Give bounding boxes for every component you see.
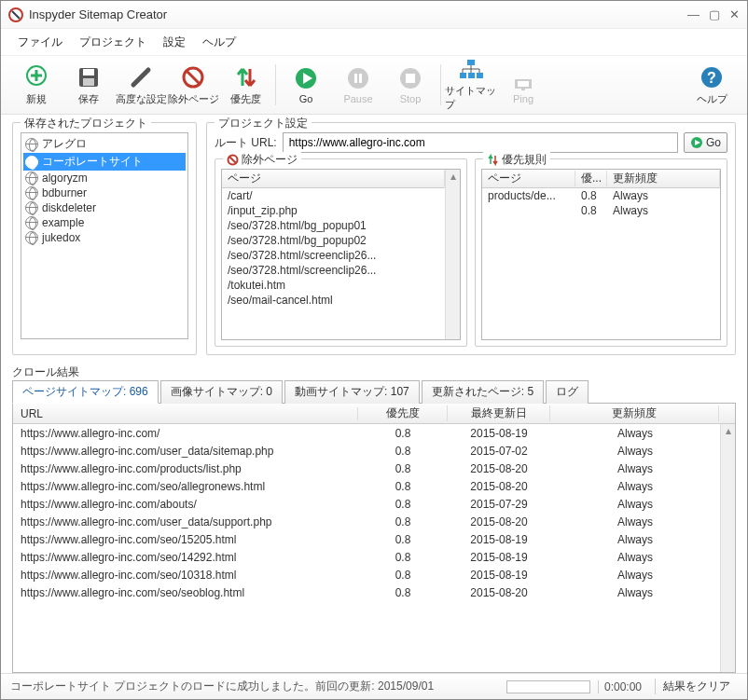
crawl-tab[interactable]: 更新されたページ: 5 [422,380,544,404]
table-row[interactable]: https://www.allegro-inc.com/seo/14292.ht… [13,548,720,566]
toolbar-adv[interactable]: 高度な設定 [115,59,167,111]
table-row[interactable]: https://www.allegro-inc.com/products/lis… [13,460,720,477]
excl-row[interactable]: /seo/mail-cancel.html [222,293,445,308]
toolbar-save[interactable]: 保存 [62,59,115,111]
crawl-tab[interactable]: ページサイトマップ: 696 [12,380,159,404]
svg-rect-18 [521,89,525,90]
prio-header-freq[interactable]: 更新頻度 [607,171,720,186]
project-tree-item[interactable]: diskdeleter [23,200,186,215]
toolbar-prio[interactable]: 優先度 [219,59,271,111]
excl-row[interactable]: /seo/3728.html/screenclip26... [222,263,445,278]
toolbar-new[interactable]: 新規 [10,59,62,111]
excl-row[interactable]: /input_zip.php [222,203,445,218]
clear-results-button[interactable]: 結果をクリア [655,679,738,694]
project-tree-item[interactable]: jukedox [23,230,186,245]
svg-point-7 [348,68,368,89]
statusbar: コーポレートサイト プロジェクトのロードに成功しました。前回の更新: 2015/… [1,673,747,699]
project-tree-item[interactable]: algoryzm [23,171,186,185]
globe-icon [25,138,38,151]
tree-item-label: jukedox [42,231,80,244]
table-row[interactable]: https://www.allegro-inc.com/0.82015-08-1… [13,424,720,442]
crawl-tab[interactable]: 動画サイトマップ: 107 [284,380,420,404]
save-icon [76,65,101,89]
scrollbar[interactable]: ▴ [720,424,735,672]
project-tree-item[interactable]: example [23,215,186,230]
menu-settings[interactable]: 設定 [156,33,193,52]
no-entry-icon [181,65,205,89]
scrollbar[interactable]: ▴ [445,170,460,339]
menu-file[interactable]: ファイル [10,33,70,52]
crawl-tab[interactable]: ログ [546,380,589,404]
toolbar-excl[interactable]: 除外ページ [167,59,219,111]
globe-icon [25,156,38,169]
wrench-icon [128,64,154,90]
toolbar-help[interactable]: ?ヘルプ [686,59,738,111]
globe-icon [25,216,38,229]
table-row[interactable]: https://www.allegro-inc.com/user_data/si… [13,442,720,460]
table-row[interactable]: https://www.allegro-inc.com/user_data/su… [13,513,720,530]
crawl-legend: クロール結果 [12,364,79,380]
th-url[interactable]: URL [13,407,358,420]
excl-row[interactable]: /tokutei.htm [222,278,445,293]
toolbar-sitemap[interactable]: サイトマップ [445,59,497,111]
project-tree-item[interactable]: bdburner [23,185,186,200]
status-time: 0:00:00 [598,680,647,693]
close-button[interactable]: ✕ [729,7,740,21]
th-freq[interactable]: 更新頻度 [550,405,719,421]
table-row[interactable]: https://www.allegro-inc.com/abouts/0.820… [13,495,720,513]
prio-list[interactable]: ページ 優... 更新頻度 products/de...0.8Always0.8… [481,169,721,340]
project-tree-item[interactable]: コーポレートサイト [23,153,186,171]
tree-item-label: diskdeleter [42,201,96,214]
excl-list[interactable]: ページ /cart//input_zip.php/seo/3728.html/b… [221,169,461,340]
project-tree[interactable]: アレグロコーポレートサイトalgoryzmbdburnerdiskdeleter… [21,132,188,339]
excl-row[interactable]: /seo/3728.html/screenclip26... [222,248,445,263]
app-icon [8,7,23,22]
prio-header-pri[interactable]: 優... [575,171,607,186]
status-message: コーポレートサイト プロジェクトのロードに成功しました。前回の更新: 2015/… [10,679,499,694]
root-url-label: ルート URL: [215,135,277,151]
globe-icon [25,231,38,244]
menubar: ファイル プロジェクト 設定 ヘルプ [1,29,747,55]
project-tree-item[interactable]: アレグロ [23,135,186,153]
no-entry-small-icon [227,154,239,166]
go-button[interactable]: Go [684,132,727,153]
play-small-icon [690,136,703,149]
svg-rect-3 [83,69,94,75]
table-row[interactable]: https://www.allegro-inc.com/seo/10318.ht… [13,566,720,583]
minimize-button[interactable]: — [687,7,700,21]
table-row[interactable]: https://www.allegro-inc.com/seo/allegron… [13,477,720,495]
excl-row[interactable]: /cart/ [222,188,445,203]
svg-rect-12 [467,60,475,65]
table-row[interactable]: https://www.allegro-inc.com/seo/seoblog.… [13,583,720,601]
globe-icon [25,172,38,185]
svg-rect-11 [406,74,415,83]
crawl-table[interactable]: URL 優先度 最終更新日 更新頻度 https://www.allegro-i… [12,403,736,673]
priority-icon [233,65,257,89]
stop-icon [398,66,422,90]
svg-rect-15 [477,73,483,78]
root-url-input[interactable] [283,132,678,153]
excl-header-page[interactable]: ページ [222,171,445,186]
excl-row[interactable]: /seo/3728.html/bg_popup01 [222,218,445,233]
menu-project[interactable]: プロジェクト [72,33,154,52]
tree-item-label: bdburner [42,186,87,199]
menu-help[interactable]: ヘルプ [195,33,243,52]
crawl-tab[interactable]: 画像サイトマップ: 0 [160,380,283,404]
maximize-button[interactable]: ▢ [709,7,720,21]
toolbar: 新規 保存 高度な設定 除外ページ 優先度 Go Pause Stop サイトマ… [1,55,747,115]
toolbar-pause: Pause [332,59,384,111]
saved-legend: 保存されたプロジェクト [21,116,151,131]
progress-bar [506,680,590,693]
prio-row[interactable]: 0.8Always [482,203,720,218]
pause-icon [346,66,370,90]
prio-row[interactable]: products/de...0.8Always [482,188,720,203]
toolbar-stop: Stop [384,59,436,111]
globe-icon [25,186,38,199]
table-row[interactable]: https://www.allegro-inc.com/seo/15205.ht… [13,530,720,548]
th-pri[interactable]: 優先度 [358,405,448,421]
separator [440,64,441,105]
th-mod[interactable]: 最終更新日 [448,405,550,421]
excl-row[interactable]: /seo/3728.html/bg_popup02 [222,233,445,248]
prio-header-page[interactable]: ページ [482,171,575,186]
toolbar-go[interactable]: Go [280,59,332,111]
